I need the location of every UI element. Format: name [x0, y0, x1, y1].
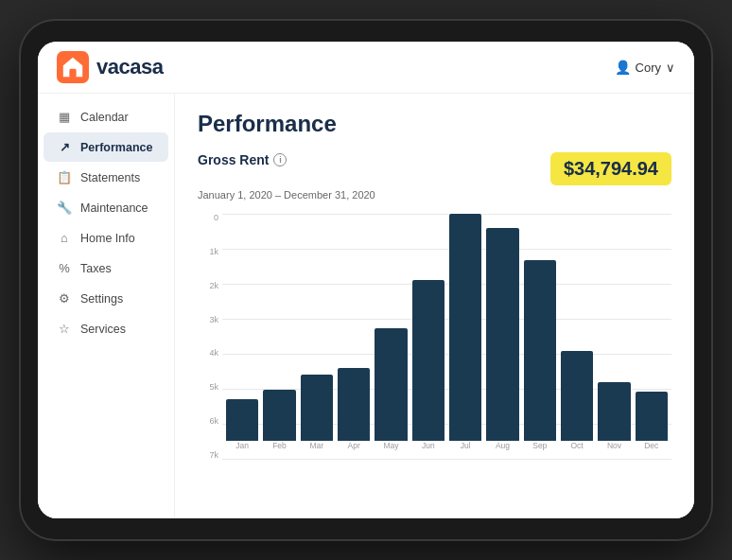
bar-column-sep[interactable]	[524, 214, 556, 441]
bar-column-jun[interactable]	[412, 214, 444, 441]
y-label-7k: 7k	[198, 451, 222, 460]
calendar-icon: ▦	[57, 110, 72, 124]
bar-apr	[338, 368, 370, 441]
chart-grid-area: 7k 6k 5k 4k 3k 2k 1k 0	[198, 214, 671, 460]
sidebar-item-services[interactable]: ☆ Services	[44, 314, 168, 343]
taxes-icon: %	[57, 261, 72, 275]
x-label-sep: Sep	[524, 441, 556, 460]
statements-icon: 📋	[57, 170, 72, 184]
sidebar-item-settings-label: Settings	[80, 292, 123, 306]
bar-oct	[561, 351, 593, 441]
x-label-apr: Apr	[338, 441, 370, 460]
y-label-2k: 2k	[198, 282, 222, 290]
bar-column-feb[interactable]	[263, 214, 295, 441]
user-name: Cory	[636, 61, 661, 75]
bar-column-mar[interactable]	[301, 214, 333, 441]
performance-icon: ↗	[57, 140, 72, 154]
y-label-6k: 6k	[198, 417, 222, 426]
bar-aug	[486, 228, 518, 441]
bar-sep	[524, 260, 556, 441]
x-label-jul: Jul	[449, 441, 481, 460]
vacasa-logo-icon	[57, 51, 89, 83]
bar-jun	[412, 280, 444, 441]
sidebar-item-calendar[interactable]: ▦ Calendar	[44, 102, 168, 131]
chart-header: Gross Rent i $34,794.94	[198, 152, 671, 185]
y-label-5k: 5k	[198, 383, 222, 392]
logo-text: vacasa	[96, 55, 163, 79]
info-icon[interactable]: i	[273, 153, 287, 166]
bars-area: JanFebMarAprMayJunJulAugSepOctNovDec	[222, 214, 671, 460]
y-label-4k: 4k	[198, 349, 222, 358]
x-labels: JanFebMarAprMayJunJulAugSepOctNovDec	[222, 441, 671, 460]
gross-rent-label: Gross Rent i	[198, 152, 287, 167]
sidebar-item-maintenance[interactable]: 🔧 Maintenance	[44, 193, 168, 222]
x-label-oct: Oct	[561, 441, 593, 460]
user-area[interactable]: 👤 Cory ∨	[615, 60, 675, 75]
bar-feb	[263, 390, 295, 441]
bar-jul	[449, 214, 481, 441]
bar-column-may[interactable]	[375, 214, 407, 441]
user-chevron: ∨	[666, 61, 675, 75]
bar-nov	[598, 382, 630, 441]
gross-rent-text: Gross Rent	[198, 152, 269, 167]
x-label-may: May	[375, 441, 407, 460]
sidebar-item-maintenance-label: Maintenance	[80, 201, 148, 215]
date-range: January 1, 2020 – December 31, 2020	[198, 189, 671, 201]
bar-dec	[636, 392, 668, 441]
sidebar-item-taxes[interactable]: % Taxes	[44, 254, 168, 283]
chart-section: Gross Rent i $34,794.94 January 1, 2020 …	[198, 152, 671, 460]
services-icon: ☆	[57, 322, 72, 336]
x-label-mar: Mar	[301, 441, 333, 460]
chart-container: 7k 6k 5k 4k 3k 2k 1k 0	[198, 214, 671, 460]
settings-icon: ⚙	[57, 291, 72, 306]
y-label-0: 0	[198, 214, 222, 222]
x-label-nov: Nov	[598, 441, 630, 460]
app-header: vacasa 👤 Cory ∨	[38, 42, 694, 94]
tablet-screen: vacasa 👤 Cory ∨ ▦ Calendar ↗ Performance	[38, 42, 694, 518]
x-label-jan: Jan	[226, 441, 258, 460]
sidebar-item-statements[interactable]: 📋 Statements	[44, 163, 168, 192]
sidebar-item-services-label: Services	[80, 323, 126, 336]
bar-column-aug[interactable]	[486, 214, 518, 441]
user-icon: 👤	[615, 60, 631, 75]
sidebar: ▦ Calendar ↗ Performance 📋 Statements 🔧 …	[38, 94, 175, 518]
bar-column-oct[interactable]	[561, 214, 593, 441]
home-info-icon: ⌂	[57, 231, 72, 245]
gross-rent-value: $34,794.94	[550, 152, 671, 185]
bar-jan	[226, 399, 258, 441]
x-label-aug: Aug	[486, 441, 518, 460]
x-label-feb: Feb	[263, 441, 295, 460]
app-body: ▦ Calendar ↗ Performance 📋 Statements 🔧 …	[38, 94, 694, 518]
bar-column-apr[interactable]	[338, 214, 370, 441]
main-content: Performance Gross Rent i $34,794.94 Janu…	[175, 94, 694, 518]
sidebar-item-performance-label: Performance	[80, 141, 152, 154]
y-label-1k: 1k	[198, 248, 222, 256]
x-label-jun: Jun	[412, 441, 444, 460]
y-label-3k: 3k	[198, 316, 222, 324]
page-title: Performance	[198, 111, 671, 137]
sidebar-item-home-info-label: Home Info	[80, 232, 135, 245]
tablet-frame: vacasa 👤 Cory ∨ ▦ Calendar ↗ Performance	[21, 21, 711, 539]
bar-column-nov[interactable]	[598, 214, 630, 441]
sidebar-item-statements-label: Statements	[80, 171, 140, 184]
logo-area: vacasa	[57, 51, 163, 83]
bar-column-jul[interactable]	[449, 214, 481, 441]
bar-mar	[301, 375, 333, 441]
sidebar-item-settings[interactable]: ⚙ Settings	[44, 284, 168, 313]
sidebar-item-performance[interactable]: ↗ Performance	[44, 132, 168, 162]
y-axis: 7k 6k 5k 4k 3k 2k 1k 0	[198, 214, 222, 460]
sidebar-item-home-info[interactable]: ⌂ Home Info	[44, 223, 168, 253]
bars-wrapper	[222, 214, 671, 441]
bar-column-jan[interactable]	[226, 214, 258, 441]
bar-column-dec[interactable]	[636, 214, 668, 441]
sidebar-item-taxes-label: Taxes	[80, 262, 112, 275]
sidebar-item-calendar-label: Calendar	[80, 111, 129, 124]
x-label-dec: Dec	[636, 441, 668, 460]
maintenance-icon: 🔧	[57, 201, 72, 215]
bar-may	[375, 328, 407, 441]
svg-rect-1	[70, 69, 77, 78]
